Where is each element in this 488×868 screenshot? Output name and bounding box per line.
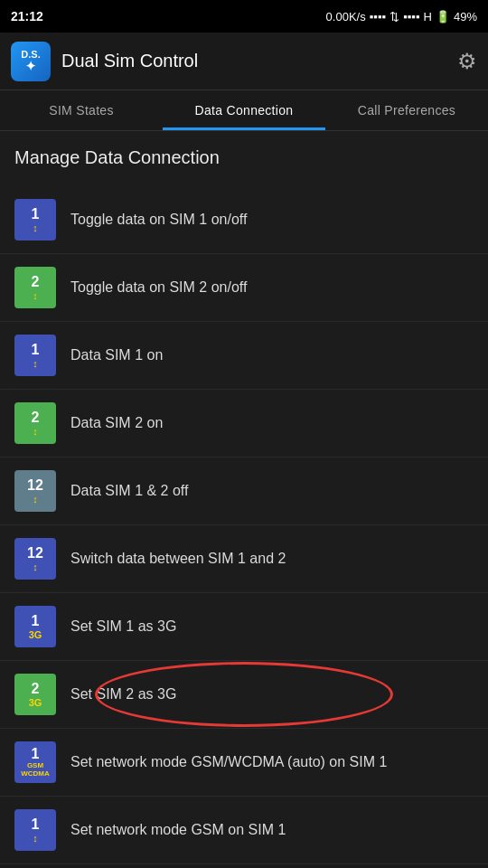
item-icon-data-sim2-on: 2↕ [14,402,56,444]
tab-data-connection[interactable]: Data Connection [163,90,325,130]
status-right: 0.00K/s ▪▪▪▪ ⇅ ▪▪▪▪ H 🔋 49% [326,10,477,24]
list-item-toggle-sim1[interactable]: 1↕Toggle data on SIM 1 on/off [0,186,488,254]
icon-num: 2 [32,410,40,426]
icon-num: 1 [32,816,40,833]
item-text-network-gsm-wcdma: Set network mode GSM/WCDMA (auto) on SIM… [70,753,387,772]
icon-num: 12 [27,477,43,494]
icon-sub: 3G [29,697,42,708]
icon-sub: ↕ [33,290,38,301]
list-item-data-sim12-off[interactable]: 12↕Data SIM 1 & 2 off [0,458,488,525]
icon-num: 2 [32,274,40,290]
item-icon-network-gsm-sim1: 1↕ [14,809,56,851]
item-text-toggle-sim1: Toggle data on SIM 1 on/off [70,211,247,230]
icon-num: 2 [32,681,40,697]
list-item-network-gsm-sim1[interactable]: 1↕Set network mode GSM on SIM 1 [0,797,488,864]
app-title: Dual Sim Control [61,51,457,71]
item-text-sim1-3g: Set SIM 1 as 3G [70,618,176,637]
list-item-data-sim2-on[interactable]: 2↕Data SIM 2 on [0,390,488,458]
item-text-switch-data-between: Switch data between SIM 1 and 2 [70,550,286,569]
data-connection-list: 1↕Toggle data on SIM 1 on/off2↕Toggle da… [0,186,488,864]
item-icon-data-sim12-off: 12↕ [14,470,56,512]
signal-bars-icon: ▪▪▪▪ [370,10,386,24]
item-icon-sim1-3g: 13G [14,606,56,647]
app-icon: D.S. ✦ [11,42,51,81]
item-text-data-sim2-on: Data SIM 2 on [70,414,163,433]
content-area: Manage Data Connection [0,131,488,186]
list-item-switch-data-between[interactable]: 12↕Switch data between SIM 1 and 2 [0,525,488,593]
battery-icon: 🔋 [436,10,450,24]
list-item-network-gsm-wcdma[interactable]: 1GSMWCDMASet network mode GSM/WCDMA (aut… [0,729,488,797]
network-speed: 0.00K/s [326,10,366,24]
battery-percent: 49% [454,10,477,24]
app-icon-symbol: ✦ [25,60,36,73]
icon-sub: 3G [29,629,42,640]
tabs-bar: SIM States Data Connection Call Preferen… [0,90,488,131]
item-text-sim2-3g: Set SIM 2 as 3G [70,685,176,704]
tab-call-preferences[interactable]: Call Preferences [325,90,488,130]
item-icon-toggle-sim1: 1↕ [14,199,56,241]
item-text-network-gsm-sim1: Set network mode GSM on SIM 1 [70,821,286,840]
status-time: 21:12 [11,9,43,24]
list-item-sim1-3g[interactable]: 13GSet SIM 1 as 3G [0,593,488,661]
list-item-data-sim1-on[interactable]: 1↕Data SIM 1 on [0,322,488,390]
icon-sub: ↕ [33,833,38,844]
icon-num: 12 [27,545,43,561]
section-title: Manage Data Connection [14,147,474,168]
signal-bars2-icon: ▪▪▪▪ [403,10,419,24]
app-bar: D.S. ✦ Dual Sim Control ⚙ [0,33,488,90]
item-text-data-sim1-on: Data SIM 1 on [70,346,163,365]
item-text-data-sim12-off: Data SIM 1 & 2 off [70,482,188,501]
item-text-toggle-sim2: Toggle data on SIM 2 on/off [70,278,247,297]
icon-sub: ↕ [33,358,38,369]
icon-sub: ↕ [33,426,38,437]
icon-num: 1 [32,206,40,222]
list-item-toggle-sim2[interactable]: 2↕Toggle data on SIM 2 on/off [0,254,488,322]
icon-num: 1 [32,613,40,629]
item-icon-switch-data-between: 12↕ [14,538,56,580]
icon-num: 1 [32,342,40,358]
tab-sim-states[interactable]: SIM States [0,90,163,130]
h-icon: H [424,10,432,24]
arrows-icon: ⇅ [389,10,399,24]
icon-sub: ↕ [33,222,38,233]
settings-icon[interactable]: ⚙ [457,49,477,74]
item-icon-toggle-sim2: 2↕ [14,267,56,308]
icon-sub: ↕ [33,561,38,572]
icon-num: 1 [32,746,40,762]
icon-sub: ↕ [33,494,38,505]
item-icon-data-sim1-on: 1↕ [14,335,56,376]
status-bar: 21:12 0.00K/s ▪▪▪▪ ⇅ ▪▪▪▪ H 🔋 49% [0,0,488,33]
item-icon-network-gsm-wcdma: 1GSMWCDMA [14,741,56,783]
icon-sub: GSMWCDMA [21,762,50,778]
item-icon-sim2-3g: 23G [14,674,56,715]
list-item-sim2-3g[interactable]: 23GSet SIM 2 as 3G [0,661,488,729]
